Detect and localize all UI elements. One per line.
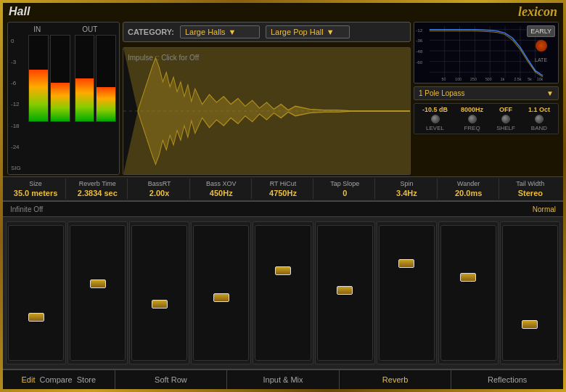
svg-text:-48: -48 [416,49,423,54]
filter-row[interactable]: 1 Pole Lopass ▼ [414,86,559,100]
mode-bar: Infinite Off Normal [3,201,563,217]
fader-handle-8[interactable] [522,320,538,329]
param-val-2: 2.00x [149,189,170,197]
fader-column-2 [129,221,189,364]
early-button[interactable]: EARLY [527,25,555,37]
param-cell-6[interactable]: Spin 3.4Hz [377,179,437,199]
dropdown-arrow-1: ▼ [229,28,237,36]
svg-text:-60: -60 [416,60,423,65]
fader-track-0 [8,225,64,361]
fader-handle-7[interactable] [460,273,476,282]
param-name-3: Bass XOV [206,180,237,187]
fader-handle-0[interactable] [28,313,44,322]
outer-border: Hall lexicon IN OUT 0 -3 -6 [0,0,566,392]
impulse-label[interactable]: Impulse :: Click for Off [128,54,199,62]
fader-column-8 [500,221,560,364]
param-val-0: 35.0 meters [14,189,58,197]
param-val-7: 20.0ms [455,189,482,197]
param-name-6: Spin [400,180,413,187]
infinite-off[interactable]: Infinite Off [10,205,43,213]
level-label: LEVEL [426,125,444,131]
filter-band: 1.1 Oct BAND [528,106,550,131]
fader-handle-5[interactable] [337,286,353,295]
fader-handle-6[interactable] [398,259,414,268]
meter-bar-out-l [75,35,95,122]
svg-text:5k: 5k [528,77,532,81]
svg-text:100: 100 [455,77,462,81]
tab-store[interactable]: Store [77,375,96,384]
fader-column-7 [438,221,499,364]
svg-text:2.5k: 2.5k [514,77,522,81]
top-section: IN OUT 0 -3 -6 -12 -18 -24 SIG [3,20,563,176]
param-val-3: 450Hz [210,189,233,197]
fader-column-4 [253,221,313,364]
fader-wrapper-2 [131,225,187,361]
late-label: LATE [535,57,547,62]
tab-compare[interactable]: Compare [40,375,73,384]
left-panel: IN OUT 0 -3 -6 -12 -18 -24 SIG [7,22,120,175]
eq-display[interactable]: -12 -36 -48 -60 50 100 250 500 1k 2.5k 5… [414,22,559,83]
fader-wrapper-1 [70,225,126,361]
freq-knob[interactable] [468,115,477,123]
top-main: CATEGORY: Large Halls ▼ Large Pop Hall ▼… [123,22,411,175]
fader-handle-1[interactable] [90,279,106,288]
level-knob[interactable] [431,115,440,123]
late-indicator[interactable] [536,40,547,52]
tab-reverb[interactable]: Reverb [340,370,452,389]
svg-text:-36: -36 [416,39,423,44]
tab-soft-row[interactable]: Soft Row [115,370,228,389]
fader-track-3 [193,225,249,361]
filter-dropdown-arrow[interactable]: ▼ [546,89,554,97]
fader-track-7 [440,225,496,361]
freq-label: FREQ [464,125,480,131]
fader-handle-2[interactable] [152,300,168,309]
fader-column-5 [315,221,375,364]
tab-reflections[interactable]: Reflections [451,370,563,389]
category-dropdown-1[interactable]: Large Halls ▼ [180,25,260,38]
meter-section: IN OUT 0 -3 -6 -12 -18 -24 SIG [7,22,120,175]
shelf-knob[interactable] [501,115,510,123]
category-dropdown-2[interactable]: Large Pop Hall ▼ [266,25,350,38]
svg-text:50: 50 [442,77,446,81]
band-knob[interactable] [535,115,544,123]
right-panel: -12 -36 -48 -60 50 100 250 500 1k 2.5k 5… [414,22,559,175]
main-window: Hall lexicon IN OUT 0 -3 -6 [3,3,563,389]
brand-logo: lexicon [518,4,557,20]
band-value[interactable]: 1.1 Oct [528,106,550,113]
param-cell-0[interactable]: Size 35.0 meters [6,179,66,199]
meter-bar-in-r [50,35,70,122]
param-cell-2[interactable]: BassRT 2.00x [129,179,189,199]
param-name-0: Size [29,180,42,187]
tab-input-mix[interactable]: Input & Mix [227,370,340,389]
param-cell-7[interactable]: Wander 20.0ms [439,179,499,199]
param-name-1: Reverb Time [79,180,116,187]
level-value[interactable]: -10.5 dB [422,106,448,113]
meter-container: 0 -3 -6 -12 -18 -24 SIG [11,35,116,171]
waveform-display[interactable]: Impulse :: Click for Off [123,47,411,175]
fader-handle-3[interactable] [213,293,229,302]
fader-wrapper-5 [317,225,373,361]
param-cell-4[interactable]: RT HiCut 4750Hz [253,179,313,199]
normal-mode: Normal [533,205,556,213]
meter-bar-out-r [96,35,116,122]
param-cell-8[interactable]: Tail Width Stereo [501,179,560,199]
fader-wrapper-3 [193,225,249,361]
fader-track-8 [502,225,558,361]
fader-wrapper-7 [440,225,496,361]
svg-text:250: 250 [470,77,477,81]
fader-wrapper-0 [8,225,64,361]
tab-edit[interactable]: Edit [22,375,36,384]
fader-wrapper-6 [379,225,435,361]
shelf-value[interactable]: OFF [499,106,512,113]
category-label: CATEGORY: [128,28,174,36]
meter-bar-in-l [28,35,49,122]
freq-value[interactable]: 8000Hz [461,106,483,113]
param-cell-3[interactable]: Bass XOV 450Hz [192,179,252,199]
fader-handle-4[interactable] [275,266,291,275]
param-cell-1[interactable]: Reverb Time 2.3834 sec [67,179,128,199]
param-name-2: BassRT [148,180,171,187]
fader-wrapper-4 [255,225,311,361]
param-cell-5[interactable]: Tap Slope 0 [315,179,375,199]
filter-freq: 8000Hz FREQ [461,106,483,131]
waveform-svg [123,48,410,174]
